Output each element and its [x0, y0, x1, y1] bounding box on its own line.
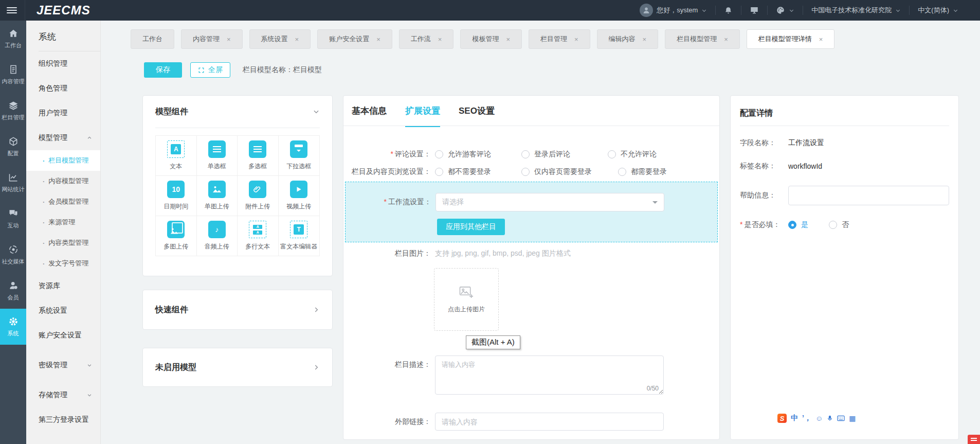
component-attachment[interactable]: 附件上传 — [238, 176, 279, 216]
menu-item-third-party-login[interactable]: 第三方登录设置 — [26, 407, 100, 432]
radio-icon[interactable] — [521, 168, 530, 176]
radio-required-yes[interactable]: 是 — [788, 220, 808, 229]
ime-keyboard-icon[interactable] — [837, 415, 845, 421]
apply-to-other-columns-button[interactable]: 应用到其他栏目 — [437, 219, 505, 235]
tab-basic-info[interactable]: 基本信息 — [352, 105, 387, 127]
close-icon[interactable]: × — [438, 35, 442, 43]
language-selector[interactable]: 中文(简体) — [910, 0, 967, 21]
component-dropdown[interactable]: 下拉选框 — [279, 136, 320, 176]
menu-item-content-type[interactable]: 内容类型管理 — [26, 233, 100, 253]
sidebar-item-config[interactable]: 配置 — [0, 129, 26, 165]
radio-icon[interactable] — [618, 168, 626, 176]
menu-item-account-security[interactable]: 账户安全设置 — [26, 323, 100, 348]
tab-column-model-mgmt[interactable]: 栏目模型管理× — [665, 29, 740, 49]
close-icon[interactable]: × — [574, 35, 578, 43]
chevron-right-icon[interactable] — [313, 364, 320, 371]
close-icon[interactable]: × — [643, 35, 647, 43]
unused-models-panel[interactable]: 未启用模型 — [142, 348, 333, 387]
menu-item-secrecy[interactable]: 密级管理 — [26, 353, 100, 378]
corner-badge[interactable] — [968, 435, 980, 444]
user-menu[interactable]: 您好，system — [631, 0, 715, 21]
theme-button[interactable] — [768, 0, 803, 21]
site-selector[interactable]: 中国电子技术标准化研究院 — [803, 0, 909, 21]
menu-item-storage[interactable]: 存储管理 — [26, 383, 100, 407]
chevron-right-icon[interactable] — [313, 306, 320, 313]
component-text[interactable]: A 文本 — [156, 136, 197, 176]
quick-components-panel[interactable]: 快速组件 — [142, 290, 333, 330]
sidebar-item-workbench[interactable]: 工作台 — [0, 21, 26, 57]
menu-item-system-settings[interactable]: 系统设置 — [26, 298, 100, 323]
radio-login-comment[interactable]: 登录后评论 — [521, 150, 604, 159]
save-button[interactable]: 保存 — [144, 62, 182, 78]
radio-all-login-required[interactable]: 都需要登录 — [618, 167, 700, 176]
component-radio[interactable]: 单选框 — [197, 136, 238, 176]
component-video[interactable]: 视频上传 — [279, 176, 320, 216]
component-audio[interactable]: ♪ 音频上传 — [197, 216, 238, 256]
radio-icon[interactable] — [435, 168, 443, 176]
component-single-image[interactable]: 单图上传 — [197, 176, 238, 216]
menu-item-column-model[interactable]: 栏目模型管理 — [26, 150, 100, 171]
sidebar-item-content[interactable]: 内容管理 — [0, 57, 26, 93]
sidebar-item-columns[interactable]: 栏目管理 — [0, 93, 26, 129]
radio-required-no[interactable]: 否 — [829, 220, 849, 229]
help-info-input[interactable] — [788, 186, 949, 205]
menu-toggle-icon[interactable] — [7, 6, 17, 15]
ime-language-icon[interactable]: 中 — [791, 414, 798, 423]
menu-item-content-model[interactable]: 内容模型管理 — [26, 171, 100, 191]
tab-content-mgmt[interactable]: 内容管理× — [181, 29, 243, 49]
menu-item-source[interactable]: 来源管理 — [26, 212, 100, 233]
tab-seo-settings[interactable]: SEO设置 — [459, 105, 495, 127]
notifications-button[interactable] — [716, 0, 741, 21]
image-upload-dropzone[interactable]: 点击上传图片 — [434, 268, 499, 331]
component-multi-image[interactable]: 多图上传 — [156, 216, 197, 256]
ime-toolbox-icon[interactable]: ▦ — [849, 414, 856, 422]
workflow-field-highlight[interactable]: *工作流设置： 请选择 应用到其他栏目 — [345, 182, 718, 242]
ime-emoji-icon[interactable]: ☺ — [815, 414, 823, 422]
menu-item-model[interactable]: 模型管理 — [26, 126, 100, 150]
component-richtext[interactable]: T 富文本编辑器 — [279, 216, 320, 256]
close-icon[interactable]: × — [724, 35, 728, 43]
chevron-down-icon[interactable] — [313, 108, 320, 115]
tab-extended-settings[interactable]: 扩展设置 — [405, 105, 440, 127]
fullscreen-button[interactable]: 全屏 — [190, 62, 230, 78]
close-icon[interactable]: × — [819, 35, 823, 43]
ime-microphone-icon[interactable] — [827, 415, 833, 422]
tab-workflow[interactable]: 工作流× — [399, 29, 454, 49]
radio-content-login-required[interactable]: 仅内容页需要登录 — [521, 167, 614, 176]
component-multiline-text[interactable]: AA 多行文本 — [238, 216, 279, 256]
close-icon[interactable]: × — [227, 35, 231, 43]
radio-icon[interactable] — [521, 150, 530, 158]
radio-icon[interactable] — [435, 150, 443, 158]
sidebar-item-system[interactable]: 系统 — [0, 309, 26, 345]
workflow-select[interactable]: 请选择 — [435, 193, 664, 211]
tab-workbench[interactable]: 工作台 — [131, 29, 174, 49]
radio-icon[interactable] — [608, 150, 616, 158]
menu-item-member-model[interactable]: 会员模型管理 — [26, 191, 100, 212]
tab-template-mgmt[interactable]: 模板管理× — [460, 29, 522, 49]
tab-system-settings[interactable]: 系统设置× — [249, 29, 311, 49]
display-button[interactable] — [741, 0, 767, 21]
component-checkbox[interactable]: 多选框 — [238, 136, 279, 176]
radio-no-login-required[interactable]: 都不需要登录 — [435, 167, 517, 176]
sidebar-item-interaction[interactable]: 互动 — [0, 201, 26, 237]
menu-item-doc-number[interactable]: 发文字号管理 — [26, 253, 100, 274]
menu-item-org[interactable]: 组织管理 — [26, 51, 100, 76]
sidebar-item-members[interactable]: 会员 — [0, 273, 26, 309]
ime-punctuation-icon[interactable]: ’， — [802, 414, 811, 423]
tab-edit-content[interactable]: 编辑内容× — [597, 29, 659, 49]
radio-allow-guest-comment[interactable]: 允许游客评论 — [435, 150, 517, 159]
column-description-textarea[interactable] — [435, 356, 664, 395]
sidebar-item-social[interactable]: 社交媒体 — [0, 237, 26, 273]
radio-icon[interactable] — [829, 221, 837, 229]
close-icon[interactable]: × — [295, 35, 299, 43]
tab-column-model-detail[interactable]: 栏目模型管理详情× — [747, 29, 835, 49]
tab-column-mgmt[interactable]: 栏目管理× — [529, 29, 590, 49]
menu-item-resources[interactable]: 资源库 — [26, 274, 100, 298]
radio-checked-icon[interactable] — [788, 221, 796, 229]
tab-account-security[interactable]: 账户安全设置× — [317, 29, 392, 49]
close-icon[interactable]: × — [506, 35, 510, 43]
sidebar-item-statistics[interactable]: 网站统计 — [0, 165, 26, 201]
external-link-input[interactable] — [435, 413, 664, 431]
menu-item-role[interactable]: 角色管理 — [26, 76, 100, 101]
close-icon[interactable]: × — [376, 35, 380, 43]
